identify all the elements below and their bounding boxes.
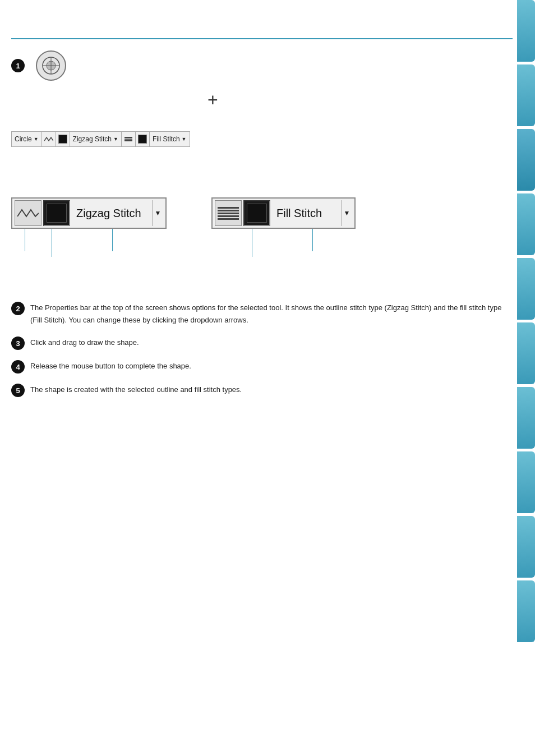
step5-row: 5 The shape is created with the selected… <box>11 384 510 397</box>
color-btn-1[interactable] <box>56 132 70 146</box>
zigzag-dropdown-arrow: ▼ <box>113 136 118 142</box>
tab-6[interactable] <box>517 322 535 384</box>
main-content: 1 + Circle ▼ <box>11 39 510 407</box>
step1-bullet: 1 <box>11 59 25 72</box>
zigzag-annotations <box>11 229 167 257</box>
shape-selector[interactable]: Circle ▼ <box>12 132 42 146</box>
annotation-line-1 <box>25 229 25 251</box>
step3-bullet: 3 <box>11 336 25 350</box>
zigzag-toolbar-box: Zigzag Stitch ▼ <box>11 197 167 229</box>
zigzag-stitch-label: Zigzag Stitch <box>73 135 112 143</box>
fill-select-arrow-large[interactable]: ▼ <box>341 200 352 226</box>
fill-annotation-line-2 <box>312 229 313 251</box>
step4-text: Release the mouse button to complete the… <box>30 360 510 372</box>
fill-toolbar-box: Fill Stitch ▼ <box>211 197 356 229</box>
tab-10[interactable] <box>517 580 535 642</box>
tab-2[interactable] <box>517 64 535 126</box>
step5-text: The shape is created with the selected o… <box>30 384 510 396</box>
zigzag-wave-btn[interactable] <box>15 200 41 226</box>
annotation-line-2 <box>52 229 52 257</box>
step1-row: 1 <box>11 50 510 81</box>
step5-bullet: 5 <box>11 384 25 397</box>
fill-annotations <box>211 229 356 257</box>
main-toolbar: Circle ▼ Zigzag Stitch ▼ Fil <box>11 131 190 147</box>
step2-bullet: 2 <box>11 302 25 315</box>
step3-text: Click and drag to draw the shape. <box>30 336 510 349</box>
fill-stitch-selector[interactable]: Fill Stitch ▼ <box>150 132 190 146</box>
fill-color-swatch[interactable] <box>243 200 270 226</box>
step2-text: The Properties bar at the top of the scr… <box>30 302 510 326</box>
fill-stitch-title: Fill Stitch <box>272 207 339 220</box>
tool-icon-svg <box>40 54 62 77</box>
tab-4[interactable] <box>517 193 535 255</box>
color-btn-2[interactable] <box>136 132 150 146</box>
fill-annotation-line-1 <box>252 229 252 257</box>
tab-7[interactable] <box>517 387 535 449</box>
crosshair-symbol: + <box>207 90 218 110</box>
zigzag-stitch-selector[interactable]: Zigzag Stitch ▼ <box>70 132 122 146</box>
zigzag-svg <box>44 135 53 143</box>
step4-bullet: 4 <box>11 360 25 374</box>
shape-label: Circle <box>15 135 32 143</box>
tool-icon-outer[interactable] <box>36 50 66 81</box>
zigzag-stitch-title: Zigzag Stitch <box>72 207 150 220</box>
step3-row: 3 Click and drag to draw the shape. <box>11 336 510 350</box>
right-tab-strip <box>517 0 535 756</box>
tab-5[interactable] <box>517 258 535 320</box>
steps-area: 2 The Properties bar at the top of the s… <box>11 302 510 397</box>
step2-row: 2 The Properties bar at the top of the s… <box>11 302 510 326</box>
fill-icon-btn[interactable] <box>122 132 136 146</box>
fill-toolbar-section: Fill Stitch ▼ <box>211 197 356 257</box>
annotation-line-3 <box>112 229 113 251</box>
tab-9[interactable] <box>517 516 535 578</box>
enlarged-toolbars: Zigzag Stitch ▼ <box>11 197 510 257</box>
zigzag-icon-btn[interactable] <box>42 132 56 146</box>
tab-8[interactable] <box>517 451 535 513</box>
tab-1[interactable] <box>517 0 535 62</box>
shape-dropdown-arrow: ▼ <box>34 136 39 142</box>
fill-dropdown-arrow: ▼ <box>182 136 187 142</box>
zigzag-toolbar-section: Zigzag Stitch ▼ <box>11 197 167 257</box>
zigzag-wave-svg <box>17 205 39 221</box>
step4-row: 4 Release the mouse button to complete t… <box>11 360 510 374</box>
zigzag-select-arrow-large[interactable]: ▼ <box>152 200 163 226</box>
fill-pattern-btn[interactable] <box>215 200 242 226</box>
tab-3[interactable] <box>517 129 535 191</box>
tool-icon-wrapper <box>36 50 66 81</box>
fill-stitch-label: Fill Stitch <box>153 135 180 143</box>
zigzag-color-swatch[interactable] <box>43 200 70 226</box>
